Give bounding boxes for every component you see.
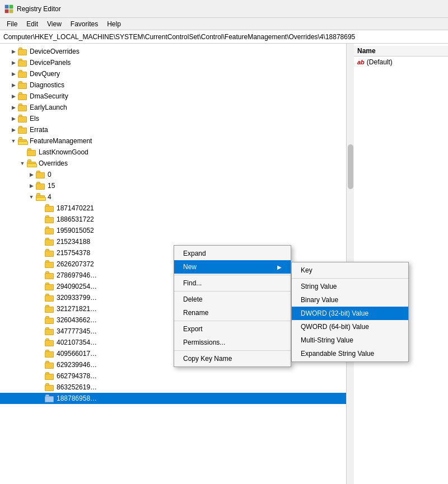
menu-edit[interactable]: Edit [22, 19, 43, 29]
menu-help[interactable]: Help [102, 19, 125, 29]
col-name-header: Name [357, 47, 376, 55]
folder-icon-FeatureManagement [18, 137, 28, 145]
ctx-expand[interactable]: Expand [174, 247, 291, 260]
label-321271821: 321271821… [57, 305, 97, 313]
main-area: ▶ DeviceOverrides ▶ DevicePanels ▶ [0, 44, 448, 484]
label-0: 0 [48, 171, 52, 178]
label-Overrides: Overrides [39, 159, 68, 167]
folder-icon-347777345 [45, 327, 55, 335]
tree-item-1871470221[interactable]: 1871470221 [0, 203, 352, 214]
arrow-Errata: ▶ [9, 127, 18, 133]
label-DevicePanels: DevicePanels [30, 59, 71, 67]
tree-item-FeatureManagement[interactable]: ▼ FeatureManagement [0, 135, 352, 147]
submenu-string-value[interactable]: String Value [292, 280, 408, 293]
folder-icon-215234188 [45, 238, 55, 246]
values-row-default: ab (Default) [353, 57, 448, 68]
submenu-expandable-string-value[interactable]: Expandable String Value [292, 347, 408, 360]
arrow-347777345 [36, 328, 45, 334]
menu-view[interactable]: View [43, 19, 66, 29]
menu-file[interactable]: File [2, 19, 22, 29]
ab-icon: ab [357, 59, 365, 65]
ctx-new[interactable]: New ▶ [174, 260, 291, 274]
submenu-qword-value[interactable]: QWORD (64-bit) Value [292, 320, 408, 333]
scrollbar-thumb[interactable] [348, 144, 353, 189]
arrow-1959015052 [36, 228, 45, 233]
arrow-294090254 [36, 284, 45, 289]
tree-item-Diagnostics[interactable]: ▶ Diagnostics [0, 79, 352, 91]
arrow-215234188 [36, 239, 45, 245]
tree-item-1886531722[interactable]: 1886531722 [0, 214, 352, 225]
values-header: Name [353, 46, 448, 57]
ctx-delete[interactable]: Delete [174, 293, 291, 306]
folder-icon-DevicePanels [18, 59, 28, 67]
ctx-copy-key-name[interactable]: Copy Key Name [174, 352, 291, 365]
arrow-188786958 [36, 396, 45, 401]
tree-item-DmaSecurity[interactable]: ▶ DmaSecurity [0, 91, 352, 102]
ctx-find[interactable]: Find... [174, 276, 291, 290]
ctx-delete-label: Delete [183, 295, 203, 303]
folder-icon-402107354 [45, 339, 55, 346]
ctx-sep4 [174, 350, 291, 351]
arrow-326043662 [36, 317, 45, 323]
folder-icon-Overrides [27, 159, 37, 167]
tree-item-4[interactable]: ▼ 4 [0, 191, 352, 203]
tree-item-15[interactable]: ▶ 15 [0, 180, 352, 191]
folder-icon-320933799 [45, 294, 55, 302]
tree-item-Els[interactable]: ▶ Els [0, 113, 352, 124]
label-320933799: 320933799… [57, 294, 97, 302]
arrow-662794378 [36, 373, 45, 379]
ctx-permissions-label: Permissions... [183, 339, 225, 346]
arrow-DevicePanels: ▶ [9, 60, 18, 65]
app-icon [4, 4, 13, 13]
arrow-15: ▶ [27, 183, 36, 189]
tree-item-Errata[interactable]: ▶ Errata [0, 124, 352, 135]
label-1959015052: 1959015052 [57, 227, 94, 234]
ctx-new-arrow: ▶ [277, 264, 282, 270]
tree-item-1959015052[interactable]: 1959015052 [0, 225, 352, 236]
arrow-2626207372 [36, 261, 45, 267]
folder-icon-Errata [18, 126, 28, 134]
tree-item-DevQuery[interactable]: ▶ DevQuery [0, 68, 352, 79]
folder-icon-EarlyLaunch [18, 104, 28, 111]
label-402107354: 402107354… [57, 339, 97, 346]
submenu-multi-string-value[interactable]: Multi-String Value [292, 333, 408, 347]
svg-rect-0 [5, 5, 8, 8]
tree-item-EarlyLaunch[interactable]: ▶ EarlyLaunch [0, 102, 352, 113]
ctx-export[interactable]: Export [174, 322, 291, 336]
folder-icon-15 [36, 182, 46, 190]
label-DevQuery: DevQuery [30, 70, 60, 78]
folder-icon-LastKnownGood [27, 148, 37, 156]
submenu-binary-value[interactable]: Binary Value [292, 293, 408, 307]
submenu-key[interactable]: Key [292, 264, 408, 277]
ctx-sep2 [174, 291, 291, 292]
arrow-320933799 [36, 295, 45, 300]
menu-favorites[interactable]: Favorites [66, 19, 102, 29]
arrow-402107354 [36, 340, 45, 345]
tree-item-0[interactable]: ▶ 0 [0, 169, 352, 180]
folder-icon-326043662 [45, 316, 55, 324]
label-DmaSecurity: DmaSecurity [30, 92, 68, 100]
svg-rect-2 [5, 10, 8, 13]
label-2626207372: 2626207372 [57, 260, 94, 268]
tree-item-Overrides[interactable]: ▼ Overrides [0, 158, 352, 169]
svg-rect-3 [10, 10, 13, 13]
label-409566017: 409566017… [57, 350, 97, 358]
tree-item-662794378[interactable]: 662794378… [0, 370, 352, 382]
ctx-permissions[interactable]: Permissions... [174, 336, 291, 349]
tree-item-DevicePanels[interactable]: ▶ DevicePanels [0, 57, 352, 68]
ctx-rename[interactable]: Rename [174, 306, 291, 319]
arrow-215754378 [36, 250, 45, 256]
tree-item-DeviceOverrides[interactable]: ▶ DeviceOverrides [0, 46, 352, 57]
folder-icon-1959015052 [45, 227, 55, 234]
tree-item-LastKnownGood[interactable]: LastKnownGood [0, 147, 352, 158]
ctx-expand-label: Expand [183, 250, 206, 257]
folder-icon-215754378 [45, 249, 55, 257]
folder-icon-2626207372 [45, 260, 55, 268]
label-278697946: 278697946… [57, 271, 97, 279]
folder-icon-1886531722 [45, 215, 55, 223]
submenu-dword-value[interactable]: DWORD (32-bit) Value [292, 307, 408, 320]
tree-item-188786958[interactable]: 188786958… [0, 393, 352, 404]
label-Diagnostics: Diagnostics [30, 81, 64, 89]
label-15: 15 [48, 182, 55, 190]
tree-item-863252619[interactable]: 863252619… [0, 382, 352, 393]
